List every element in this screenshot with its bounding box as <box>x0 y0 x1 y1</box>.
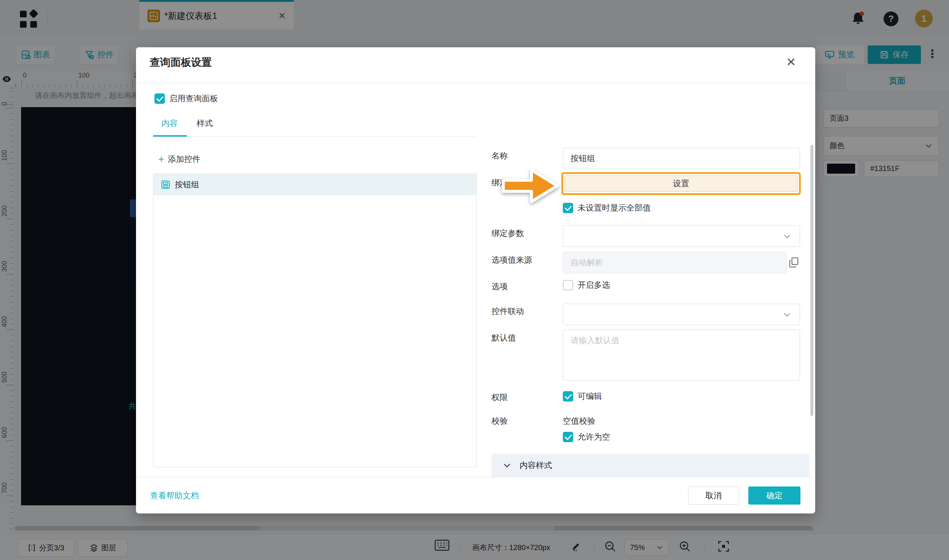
enable-query-panel-checkbox[interactable]: 启用查询面板 <box>154 93 218 104</box>
button-group-icon <box>161 180 170 189</box>
permission-label: 权限 <box>491 392 508 403</box>
help-doc-link[interactable]: 查看帮助文档 <box>150 490 199 501</box>
add-widget-label: 添加控件 <box>168 154 200 165</box>
cancel-button[interactable]: 取消 <box>688 486 739 505</box>
modal-footer-divider <box>136 477 815 477</box>
checkbox-checked-icon <box>563 432 573 442</box>
chevron-down-icon <box>783 232 792 241</box>
modal-header-divider <box>136 83 815 83</box>
copy-icon[interactable] <box>788 256 800 268</box>
default-value-label: 默认值 <box>491 332 516 343</box>
option-label: 选项 <box>491 281 508 292</box>
bind-param-label: 绑定参数 <box>491 228 524 239</box>
multi-select-label: 开启多选 <box>578 280 610 291</box>
modal-tabs-divider <box>149 136 477 137</box>
plus-icon: + <box>158 155 164 163</box>
widget-list-item-selected[interactable]: 按钮组 <box>153 174 476 195</box>
show-all-checkbox[interactable]: 未设置时显示全部值 <box>563 202 651 214</box>
allow-empty-label: 允许为空 <box>578 431 610 443</box>
name-input[interactable] <box>563 148 800 169</box>
editable-checkbox[interactable]: 可编辑 <box>563 391 602 402</box>
setting-button[interactable]: 设置 <box>565 175 798 192</box>
linkage-select[interactable] <box>563 304 800 325</box>
name-label: 名称 <box>491 150 508 162</box>
query-panel-settings-modal: 查询面板设置 ✕ 启用查询面板 内容 样式 + 添加控件 按钮组 名称 绑定筛选… <box>136 47 815 514</box>
widget-item-label: 按钮组 <box>175 179 199 190</box>
default-value-textarea[interactable] <box>563 329 800 380</box>
widget-list: 按钮组 <box>153 174 477 467</box>
editable-label: 可编辑 <box>578 391 602 402</box>
modal-close-icon[interactable]: ✕ <box>786 56 796 68</box>
ok-button[interactable]: 确定 <box>748 486 800 505</box>
linkage-label: 控件联动 <box>491 306 524 317</box>
bind-param-select[interactable] <box>563 225 800 247</box>
empty-check-label: 空值校验 <box>563 415 595 427</box>
option-source-label: 选项值来源 <box>491 254 532 266</box>
add-widget-link[interactable]: + 添加控件 <box>158 154 200 165</box>
content-style-label: 内容样式 <box>519 460 552 471</box>
setting-button-highlight: 设置 <box>561 172 801 195</box>
active-tab-underline <box>153 135 187 137</box>
annotation-arrow <box>499 162 562 211</box>
multi-select-checkbox[interactable]: 开启多选 <box>563 280 610 291</box>
checkbox-checked-icon <box>563 391 573 402</box>
option-source-input[interactable] <box>563 252 787 273</box>
modal-scrollbar-thumb[interactable] <box>810 145 813 416</box>
modal-tab-style[interactable]: 样式 <box>197 118 213 129</box>
validate-label: 校验 <box>491 415 508 427</box>
app-window: *新建仪表板1 ✕ ? 1 图表 控件 0 100 200 0 100 200 … <box>0 0 949 560</box>
show-all-label: 未设置时显示全部值 <box>578 202 651 214</box>
checkbox-checked-icon <box>154 94 165 104</box>
chevron-down-icon <box>502 461 511 470</box>
enable-query-panel-label: 启用查询面板 <box>169 93 218 104</box>
checkbox-checked-icon <box>563 203 573 213</box>
modal-title: 查询面板设置 <box>149 55 212 69</box>
chevron-down-icon <box>783 310 792 319</box>
content-style-section[interactable]: 内容样式 <box>491 454 809 477</box>
modal-tab-content[interactable]: 内容 <box>162 118 178 129</box>
checkbox-unchecked-icon <box>563 280 573 290</box>
allow-empty-checkbox[interactable]: 允许为空 <box>563 431 610 443</box>
